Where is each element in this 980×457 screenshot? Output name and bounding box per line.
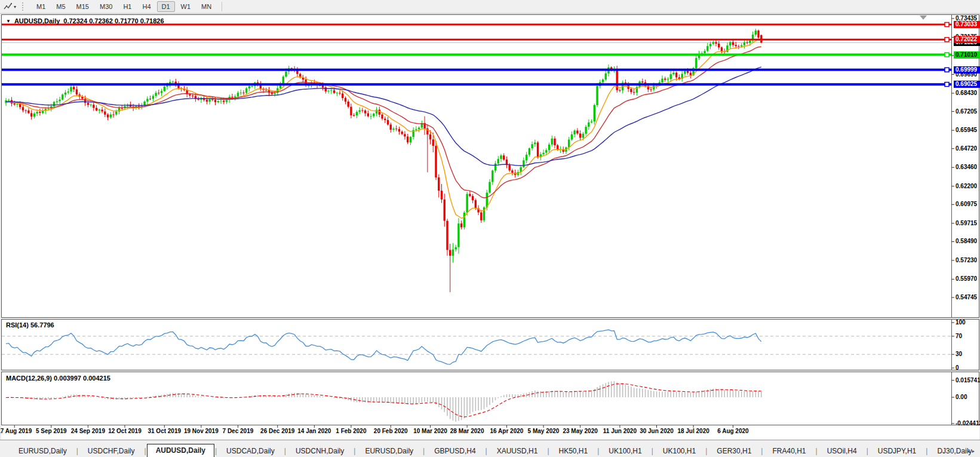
hline-price-badge: 0.69999 xyxy=(954,66,980,73)
chart-ohlc-values: 0.72324 0.72362 0.71770 0.71826 xyxy=(63,17,164,24)
hline-price-badge: 0.71010 xyxy=(954,51,980,59)
main-chart-panel[interactable] xyxy=(1,14,979,318)
time-axis-label: 31 Oct 2019 xyxy=(148,428,181,434)
time-axis-label: 19 Nov 2019 xyxy=(184,428,219,434)
chart-symbol-label: AUDUSD,Daily xyxy=(14,17,60,24)
timeframe-toolbar: ▾ M1M5M15M30H1H4D1W1MN xyxy=(0,0,980,14)
macd-panel[interactable] xyxy=(1,372,979,425)
rsi-indicator-label: RSI(14) 56.7796 xyxy=(6,321,54,329)
timeframe-button-m5[interactable]: M5 xyxy=(51,1,70,12)
price-tick-label: 0.63460 xyxy=(956,164,977,170)
price-tick-label: 0.68430 xyxy=(956,90,977,96)
time-axis-label: 6 Aug 2020 xyxy=(717,428,748,434)
price-tick-label: 0.62200 xyxy=(956,183,977,189)
chart-tab-bar: EURUSD,Daily|USDCHF,Daily|AUDUSD,Daily|U… xyxy=(0,440,980,457)
chart-tab-eurusd-daily[interactable]: EURUSD,Daily xyxy=(10,444,76,457)
chart-title: ▼ AUDUSD,Daily 0.72324 0.72362 0.71770 0… xyxy=(6,17,164,24)
rsi-scale-label: 100 xyxy=(956,319,966,326)
chart-tab-eurusd-daily[interactable]: EURUSD,Daily xyxy=(356,444,422,457)
timeframe-button-m30[interactable]: M30 xyxy=(95,1,117,12)
macd-indicator-label: MACD(12,26,9) 0.003997 0.004215 xyxy=(6,375,110,382)
price-tick-label: 0.55970 xyxy=(956,275,977,282)
chart-tab-gbpusd-h4[interactable]: GBPUSD,H4 xyxy=(425,444,484,457)
price-tick-label: 0.64720 xyxy=(956,145,977,152)
time-axis-label: 26 Dec 2019 xyxy=(260,428,294,434)
price-tick-label: 0.58490 xyxy=(956,238,977,244)
chart-tab-usdcad-daily[interactable]: USDCAD,Daily xyxy=(217,444,284,457)
price-tick-label: 0.59715 xyxy=(956,220,977,226)
time-axis-label: 12 Oct 2019 xyxy=(108,428,142,434)
time-axis-label: 24 Sep 2019 xyxy=(71,428,105,434)
timeframe-button-h4[interactable]: H4 xyxy=(137,1,155,12)
macd-scale-label: 0.00 xyxy=(956,394,967,400)
price-tick-label: 0.60975 xyxy=(956,201,977,207)
time-axis-label: 17 Aug 2019 xyxy=(0,428,32,434)
time-axis-label: 18 Jul 2020 xyxy=(677,428,709,434)
price-tick-label: 0.54745 xyxy=(956,294,977,300)
time-axis-label: 10 Mar 2020 xyxy=(413,428,447,434)
macd-scale-label: -0.024412 xyxy=(956,420,980,427)
chart-tab-xauusd-h1[interactable]: XAUUSD,H1 xyxy=(488,444,547,457)
hline-price-badge: 0.69025 xyxy=(954,81,980,88)
timeframe-button-h1[interactable]: H1 xyxy=(118,1,136,12)
chart-cursor-icon[interactable] xyxy=(2,1,14,12)
timeframe-button-mn[interactable]: MN xyxy=(196,1,216,12)
hline-price-badge: 0.72022 xyxy=(954,36,980,43)
time-axis-label: 28 Mar 2020 xyxy=(450,428,484,434)
chart-tab-usdchf-daily[interactable]: USDCHF,Daily xyxy=(79,444,144,457)
time-axis-label: 14 Jan 2020 xyxy=(297,428,331,434)
rsi-scale-label: 30 xyxy=(956,351,962,357)
cursor-dropdown-caret[interactable]: ▾ xyxy=(14,4,16,10)
hline-price-badge: 0.73033 xyxy=(954,21,980,28)
chart-tab-usoil-h4[interactable]: USOil,H4 xyxy=(818,444,866,457)
macd-signal-value: 0.004215 xyxy=(83,375,110,382)
time-axis-label: 20 Feb 2020 xyxy=(374,428,408,434)
rsi-scale-label: 70 xyxy=(956,333,962,339)
time-axis-label: 16 Apr 2020 xyxy=(490,428,524,434)
time-axis-label: 30 Jun 2020 xyxy=(640,428,674,434)
chart-tab-uk100-h1[interactable]: UK100,H1 xyxy=(600,444,650,457)
macd-scale-label: 0.015741 xyxy=(956,377,980,384)
timeframe-button-m15[interactable]: M15 xyxy=(72,1,94,12)
time-axis-label: 5 May 2020 xyxy=(528,428,560,434)
chart-tab-audusd-daily[interactable]: AUDUSD,Daily xyxy=(147,444,214,457)
rsi-value: 56.7796 xyxy=(30,321,54,329)
chart-tab-hk50-h1[interactable]: HK50,H1 xyxy=(550,444,597,457)
rsi-panel[interactable] xyxy=(1,319,979,370)
chart-tab-uk100-h1[interactable]: UK100,H1 xyxy=(654,444,705,457)
time-axis-label: 5 Sep 2019 xyxy=(36,428,67,434)
chart-tab-usdcnh-daily[interactable]: USDCNH,Daily xyxy=(287,444,353,457)
chart-tab-usdjpy-h1[interactable]: USDJPY,H1 xyxy=(869,444,925,457)
timeframe-button-m1[interactable]: M1 xyxy=(32,1,50,12)
toolbar-drag-handle[interactable] xyxy=(22,2,26,11)
chart-tab-ger30-h1[interactable]: GER30,H1 xyxy=(708,444,760,457)
time-axis-label: 11 Jun 2020 xyxy=(603,428,637,434)
macd-value: 0.003997 xyxy=(54,375,81,382)
chart-collapse-caret[interactable]: ▼ xyxy=(6,19,11,24)
time-axis-label: 23 May 2020 xyxy=(563,428,597,434)
price-tick-label: 0.67205 xyxy=(956,108,977,115)
time-axis-label: 1 Feb 2020 xyxy=(336,428,366,434)
tabs-scroll-right-icon[interactable]: ▸ xyxy=(972,448,977,454)
timeframe-button-d1[interactable]: D1 xyxy=(157,1,175,12)
timeframe-button-w1[interactable]: W1 xyxy=(176,1,196,12)
toolbar-separator xyxy=(222,2,222,11)
rsi-scale-label: 0 xyxy=(956,364,959,371)
price-tick-label: 0.65945 xyxy=(956,127,977,133)
time-axis-label: 7 Dec 2019 xyxy=(223,428,254,434)
mt4-window: ▾ M1M5M15M30H1H4D1W1MN ▼ AUDUSD,Daily 0.… xyxy=(0,0,980,457)
price-tick-label: 0.57230 xyxy=(956,257,977,263)
chart-tab-fra40-h1[interactable]: FRA40,H1 xyxy=(763,444,815,457)
